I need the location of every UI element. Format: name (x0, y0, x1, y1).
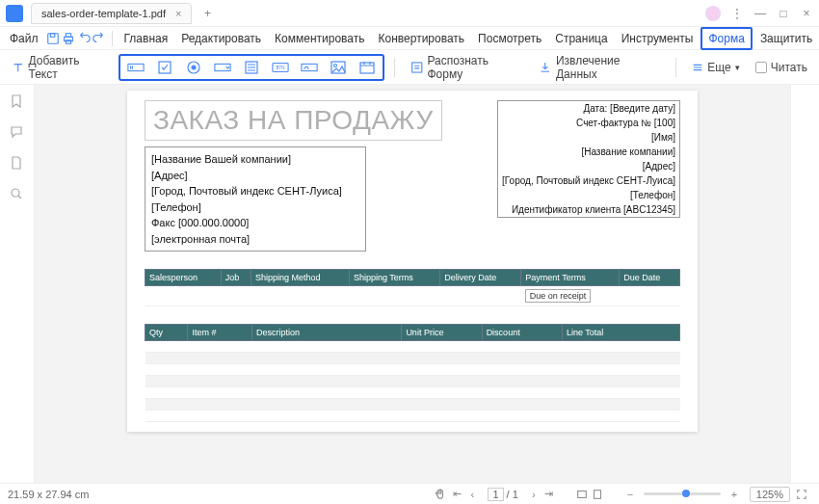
hand-tool-icon[interactable] (434, 489, 449, 500)
close-tab-icon[interactable]: × (175, 8, 181, 19)
zoom-level[interactable]: 125% (750, 487, 790, 502)
checkbox-icon[interactable] (153, 58, 176, 77)
th-payment: Payment Terms (521, 270, 620, 286)
date-field-icon[interactable] (356, 58, 379, 77)
read-button[interactable]: Читать (750, 57, 813, 78)
meta-line: [Название компании] (498, 145, 679, 159)
minimize-icon[interactable]: — (753, 7, 767, 20)
text-icon (12, 61, 24, 74)
th-ship-terms: Shipping Terms (349, 270, 439, 286)
chevron-down-icon: ▾ (735, 63, 740, 72)
redo-icon[interactable] (92, 30, 106, 47)
table-row[interactable] (145, 341, 680, 353)
menu-tab-convert[interactable]: Конвертировать (373, 29, 471, 48)
more-button[interactable]: Еще ▾ (686, 57, 745, 78)
table-row[interactable] (145, 376, 680, 387)
menu-tab-view[interactable]: Посмотреть (472, 29, 547, 48)
prev-page-icon[interactable]: ‹ (464, 489, 480, 500)
meta-line: Идентификатор клиента [ABC12345] (498, 202, 679, 217)
extract-icon (539, 61, 552, 74)
page-indicator: 1 / 1 (488, 489, 517, 500)
meta-line: Счет-фактура № [100] (498, 116, 679, 130)
recognize-form-button[interactable]: Распознать Форму (405, 50, 530, 85)
menu-tab-edit[interactable]: Редактировать (175, 29, 267, 48)
image-field-icon[interactable] (327, 58, 350, 77)
page-dimensions: 21.59 x 27.94 cm (8, 489, 89, 500)
hamburger-icon (692, 62, 703, 73)
svg-rect-21 (594, 490, 600, 498)
company-line: [Адрес] (151, 168, 359, 184)
maximize-icon[interactable]: □ (777, 7, 790, 20)
th-total: Line Total (562, 325, 679, 341)
left-sidebar (0, 85, 35, 483)
svg-rect-3 (66, 33, 70, 37)
menu-tab-home[interactable]: Главная (119, 29, 174, 48)
table-row[interactable] (145, 387, 680, 399)
svg-rect-4 (66, 40, 70, 43)
svg-rect-18 (412, 62, 422, 71)
table-row[interactable] (145, 364, 680, 376)
user-avatar[interactable] (705, 6, 721, 21)
zoom-in-icon[interactable]: + (727, 489, 742, 500)
signature-icon[interactable] (298, 58, 321, 77)
svg-text:BTN: BTN (276, 65, 284, 69)
menu-tab-page[interactable]: Страница (549, 29, 613, 48)
fit-width-icon[interactable] (576, 489, 592, 500)
document-title[interactable]: ЗАКАЗ НА ПРОДАЖУ (145, 100, 442, 141)
last-page-icon[interactable]: ⇥ (542, 488, 557, 500)
menu-tab-form[interactable]: Форма (700, 27, 752, 50)
bookmark-icon[interactable] (10, 94, 25, 110)
page-icon[interactable] (10, 156, 25, 172)
search-panel-icon[interactable] (10, 187, 25, 202)
svg-rect-14 (302, 64, 317, 70)
svg-point-16 (333, 64, 336, 66)
table-row[interactable] (145, 399, 680, 411)
table-row[interactable] (145, 353, 680, 364)
menu-tab-protect[interactable]: Защитить (754, 29, 818, 48)
menu-tab-tools[interactable]: Инструменты (616, 29, 700, 48)
radio-icon[interactable] (182, 58, 205, 77)
first-page-icon[interactable]: ⇤ (449, 488, 464, 500)
text-field-icon[interactable] (124, 58, 147, 77)
undo-icon[interactable] (77, 30, 91, 47)
current-page[interactable]: 1 (488, 488, 503, 501)
menu-tab-comment[interactable]: Комментировать (269, 29, 370, 48)
th-discount: Discount (482, 325, 562, 341)
due-on-receipt[interactable]: Due on receipt (525, 289, 592, 303)
menu-file[interactable]: Файл (4, 32, 44, 45)
add-tab-button[interactable]: + (199, 7, 215, 20)
add-text-label: Добавить Текст (28, 54, 108, 81)
table-row[interactable] (145, 411, 680, 422)
button-icon[interactable]: BTN (269, 58, 292, 77)
zoom-slider[interactable] (644, 492, 721, 495)
menubar: Файл Главная Редактировать Комментироват… (0, 27, 819, 50)
tab-title: sales-order-template-1.pdf (41, 8, 166, 19)
kebab-menu-icon[interactable]: ⋮ (730, 7, 744, 20)
extract-data-button[interactable]: Извлечение Данных (533, 50, 666, 85)
close-window-icon[interactable]: × (800, 7, 813, 20)
extract-label: Извлечение Данных (556, 54, 660, 81)
next-page-icon[interactable]: › (526, 489, 542, 500)
th-due: Due Date (620, 270, 680, 286)
listbox-icon[interactable] (240, 58, 263, 77)
th-item: Item # (188, 325, 252, 341)
add-text-button[interactable]: Добавить Текст (6, 50, 115, 85)
company-info-box[interactable]: [Название Вашей компании] [Адрес] [Город… (145, 146, 366, 252)
document-canvas[interactable]: ЗАКАЗ НА ПРОДАЖУ [Название Вашей компани… (35, 85, 790, 483)
dropdown-icon[interactable] (211, 58, 234, 77)
invoice-meta-box[interactable]: Дата: [Введите дату] Счет-фактура № [100… (497, 100, 680, 218)
zoom-thumb[interactable] (682, 490, 690, 497)
th-ship-method: Shipping Method (251, 270, 349, 286)
save-icon[interactable] (46, 30, 60, 47)
order-info-table: Salesperson Job Shipping Method Shipping… (145, 269, 680, 306)
read-label: Читать (771, 61, 807, 74)
fit-page-icon[interactable] (592, 489, 607, 500)
checkbox-empty-icon (755, 62, 767, 73)
print-icon[interactable] (62, 30, 75, 47)
svg-point-19 (12, 189, 19, 197)
document-tab[interactable]: sales-order-template-1.pdf × (31, 3, 192, 24)
table-row[interactable]: Due on receipt (145, 286, 680, 306)
zoom-out-icon[interactable]: − (622, 489, 638, 500)
comment-icon[interactable] (10, 125, 25, 141)
fullscreen-icon[interactable] (796, 489, 811, 500)
